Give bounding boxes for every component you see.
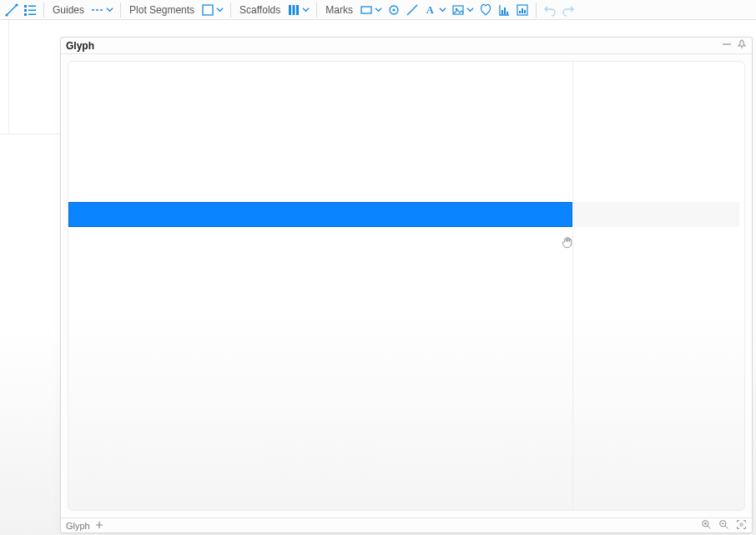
svg-point-0 (5, 13, 8, 16)
mark-rectangle-button[interactable] (358, 2, 384, 18)
chevron-down-icon (106, 6, 113, 13)
link-tool-button[interactable] (3, 2, 20, 18)
scaffold-columns-icon (287, 3, 300, 17)
guide-horizontal-icon (91, 3, 104, 17)
plot-segments-group-label: Plot Segments (126, 4, 198, 16)
legend-tool-button[interactable] (22, 2, 38, 18)
zoom-in-button[interactable] (701, 519, 712, 532)
guide-x-button[interactable] (89, 2, 115, 18)
plus-icon (95, 521, 103, 529)
glyph-panel: Glyph Glyph (60, 37, 753, 533)
mark-image-button[interactable] (450, 2, 476, 18)
svg-rect-22 (507, 12, 508, 14)
svg-point-35 (740, 523, 743, 526)
icon-mark-icon (479, 3, 492, 17)
mark-nested-chart-button[interactable] (514, 2, 531, 18)
mark-text-button[interactable]: A (422, 2, 448, 18)
undo-button[interactable] (542, 2, 558, 18)
glyph-track-area (572, 202, 739, 227)
image-icon (451, 3, 465, 17)
zoom-in-icon (701, 519, 712, 530)
mark-data-axis-button[interactable] (496, 2, 512, 18)
svg-rect-9 (203, 5, 213, 15)
guides-group-label: Guides (49, 4, 88, 16)
hand-cursor-icon (561, 235, 574, 249)
plot-segment-region-button[interactable] (199, 2, 225, 18)
toolbar: Guides Plot Segments Scaffolds Marks A (0, 0, 756, 20)
glyph-canvas[interactable] (68, 61, 745, 511)
svg-point-1 (15, 3, 18, 6)
marks-group-label: Marks (322, 4, 356, 16)
chevron-down-icon (439, 6, 446, 13)
svg-line-16 (407, 5, 417, 15)
pin-icon (737, 39, 747, 49)
svg-rect-3 (28, 5, 36, 7)
redo-icon (562, 3, 575, 17)
svg-line-33 (725, 526, 728, 528)
toolbar-separator (536, 3, 537, 18)
svg-rect-21 (504, 8, 506, 14)
mark-icon-button[interactable] (477, 2, 494, 18)
chevron-down-icon (216, 6, 224, 13)
zoom-fit-button[interactable] (736, 519, 747, 532)
data-axis-icon (497, 3, 511, 17)
nested-chart-icon (516, 3, 529, 17)
rectangle-icon (360, 3, 373, 17)
svg-rect-20 (501, 10, 503, 14)
svg-rect-2 (24, 5, 27, 8)
toolbar-separator (120, 3, 121, 18)
svg-point-15 (392, 8, 395, 11)
scaffolds-group-label: Scaffolds (236, 4, 284, 16)
svg-text:A: A (426, 4, 434, 16)
svg-rect-4 (24, 9, 27, 12)
svg-rect-13 (361, 7, 371, 13)
zoom-fit-icon (736, 519, 747, 530)
mark-symbol-button[interactable] (386, 2, 402, 18)
svg-rect-12 (296, 5, 299, 15)
glyph-rectangle-mark[interactable] (68, 202, 572, 227)
glyph-vertical-guide (572, 62, 573, 510)
svg-rect-7 (28, 13, 36, 15)
panel-minimize-button[interactable] (722, 39, 732, 52)
svg-rect-24 (519, 11, 521, 13)
svg-rect-5 (28, 9, 36, 11)
text-icon: A (424, 3, 437, 17)
toolbar-separator (43, 3, 44, 18)
glyph-panel-header: Glyph (61, 38, 752, 54)
add-glyph-button[interactable] (95, 521, 103, 531)
chevron-down-icon (375, 6, 382, 13)
svg-rect-26 (524, 10, 526, 13)
chevron-down-icon (466, 6, 474, 13)
mark-line-button[interactable] (404, 2, 421, 18)
line-icon (406, 3, 419, 17)
background-guide (8, 20, 9, 134)
symbol-icon (387, 3, 401, 17)
link-line-icon (5, 3, 18, 17)
background-guide (0, 134, 60, 134)
svg-line-29 (708, 526, 710, 528)
scaffold-button[interactable] (285, 2, 311, 18)
region-icon (201, 3, 214, 17)
svg-rect-6 (24, 13, 27, 16)
toolbar-separator (230, 3, 231, 18)
zoom-out-button[interactable] (718, 519, 729, 532)
chevron-down-icon (302, 6, 310, 13)
toolbar-separator (316, 3, 317, 18)
glyph-panel-title: Glyph (66, 40, 94, 52)
panel-pin-button[interactable] (737, 39, 747, 52)
svg-rect-10 (289, 5, 291, 15)
glyph-footer-tab[interactable]: Glyph (66, 521, 90, 531)
redo-button[interactable] (560, 2, 577, 18)
minimize-icon (722, 39, 732, 49)
legend-icon (23, 3, 37, 17)
zoom-out-icon (718, 519, 729, 530)
svg-rect-25 (522, 8, 523, 13)
undo-icon (543, 3, 557, 17)
svg-rect-11 (293, 5, 295, 15)
glyph-panel-footer: Glyph (61, 517, 752, 532)
